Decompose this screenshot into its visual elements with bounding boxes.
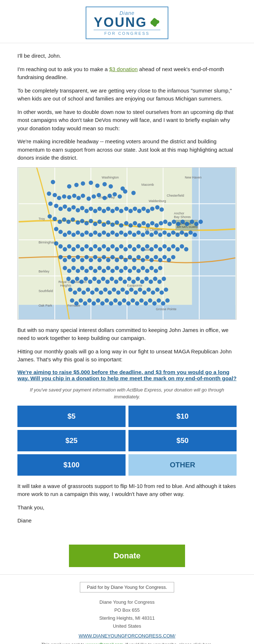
svg-text:Grosse Pointe: Grosse Pointe bbox=[156, 307, 177, 311]
svg-point-43 bbox=[108, 184, 113, 188]
donate-10-button[interactable]: $10 bbox=[128, 406, 237, 427]
svg-point-104 bbox=[119, 223, 123, 227]
svg-point-290 bbox=[100, 301, 105, 305]
svg-point-113 bbox=[159, 221, 163, 225]
svg-point-146 bbox=[154, 230, 158, 235]
svg-point-45 bbox=[47, 191, 51, 196]
donate-25-button[interactable]: $25 bbox=[17, 430, 126, 451]
svg-point-176 bbox=[141, 247, 145, 251]
svg-point-275 bbox=[134, 290, 138, 295]
svg-point-118 bbox=[180, 220, 185, 224]
svg-point-252 bbox=[131, 279, 136, 284]
svg-point-187 bbox=[58, 255, 63, 259]
svg-point-40 bbox=[89, 180, 93, 185]
svg-point-303 bbox=[157, 298, 161, 303]
donate-big-button[interactable]: Donate bbox=[69, 545, 185, 567]
svg-point-114 bbox=[163, 220, 168, 224]
svg-point-71 bbox=[89, 206, 93, 211]
donate-50-button[interactable]: $50 bbox=[128, 430, 237, 451]
svg-point-108 bbox=[137, 223, 142, 227]
svg-point-269 bbox=[107, 290, 112, 295]
svg-point-69 bbox=[80, 206, 85, 210]
svg-point-205 bbox=[136, 255, 141, 259]
svg-point-206 bbox=[141, 258, 145, 262]
greeting: I'll be direct, John. bbox=[17, 52, 237, 60]
svg-point-137 bbox=[115, 233, 119, 237]
svg-point-135 bbox=[106, 233, 110, 237]
svg-point-243 bbox=[92, 276, 97, 281]
svg-point-193 bbox=[85, 255, 89, 259]
svg-point-251 bbox=[127, 276, 131, 281]
svg-point-74 bbox=[102, 209, 106, 213]
svg-point-121 bbox=[194, 222, 198, 226]
divider-1 bbox=[0, 574, 254, 575]
svg-point-156 bbox=[54, 241, 58, 246]
svg-point-287 bbox=[87, 298, 92, 303]
svg-point-72 bbox=[93, 209, 97, 213]
svg-point-248 bbox=[114, 279, 118, 284]
svg-point-227 bbox=[119, 268, 123, 273]
svg-point-183 bbox=[171, 244, 175, 248]
svg-point-42 bbox=[102, 182, 107, 186]
cta-link[interactable]: We're aiming to raise $5,000 before the … bbox=[17, 369, 237, 381]
svg-point-256 bbox=[149, 279, 153, 284]
svg-point-296 bbox=[126, 301, 131, 305]
svg-point-79 bbox=[124, 206, 128, 211]
svg-point-305 bbox=[165, 298, 169, 303]
svg-point-185 bbox=[180, 244, 184, 248]
paragraph-7: It will take a wave of grassroots suppor… bbox=[17, 482, 237, 499]
donate-100-button[interactable]: $100 bbox=[17, 454, 126, 476]
svg-point-230 bbox=[132, 266, 136, 270]
svg-point-39 bbox=[81, 181, 85, 185]
svg-point-194 bbox=[89, 258, 93, 262]
paragraph-5: But with so many special interest dollar… bbox=[17, 326, 237, 342]
svg-point-97 bbox=[89, 219, 93, 223]
svg-point-289 bbox=[96, 298, 100, 303]
svg-point-284 bbox=[74, 301, 79, 305]
svg-point-59 bbox=[118, 194, 122, 198]
svg-point-250 bbox=[123, 279, 127, 284]
svg-point-70 bbox=[85, 209, 89, 213]
svg-point-225 bbox=[110, 268, 115, 273]
paid-for-box: Paid for by Diane Young for Congress. bbox=[80, 582, 174, 592]
svg-point-179 bbox=[154, 244, 158, 248]
svg-point-98 bbox=[93, 222, 97, 226]
svg-point-120 bbox=[190, 220, 194, 224]
donate-other-button[interactable]: OTHER bbox=[128, 454, 237, 476]
svg-point-202 bbox=[123, 258, 128, 262]
svg-point-300 bbox=[144, 301, 148, 305]
svg-point-159 bbox=[67, 244, 71, 248]
svg-point-123 bbox=[54, 227, 58, 231]
svg-point-149 bbox=[167, 233, 171, 237]
svg-point-86 bbox=[155, 205, 160, 209]
paragraph-2: To be completely transparent, we are get… bbox=[17, 87, 237, 103]
svg-point-54 bbox=[91, 194, 96, 198]
svg-point-293 bbox=[113, 298, 118, 303]
svg-point-110 bbox=[146, 223, 150, 227]
svg-point-304 bbox=[161, 301, 165, 305]
svg-point-291 bbox=[105, 298, 109, 303]
svg-point-213 bbox=[171, 255, 175, 259]
svg-point-89 bbox=[53, 217, 57, 221]
svg-point-208 bbox=[149, 258, 154, 262]
svg-point-238 bbox=[71, 279, 75, 284]
svg-point-260 bbox=[68, 287, 73, 292]
svg-point-212 bbox=[167, 258, 171, 262]
svg-point-94 bbox=[76, 220, 80, 225]
unsub-suffix: . If you'd like to unsubscribe, please c… bbox=[123, 642, 213, 644]
svg-point-184 bbox=[175, 247, 180, 251]
footer-website-link[interactable]: WWW.DIANEYOUNGFORCONGRESS.COM/ bbox=[7, 633, 247, 639]
donation-link[interactable]: $3 donation bbox=[109, 66, 138, 72]
svg-point-109 bbox=[142, 221, 146, 225]
unsub-email-link[interactable]: xxxxxx@gmail.com bbox=[86, 642, 123, 644]
svg-point-283 bbox=[70, 298, 74, 303]
svg-point-76 bbox=[110, 209, 115, 213]
email-content: I'll be direct, John. I'm reaching out t… bbox=[0, 43, 254, 537]
svg-point-90 bbox=[58, 220, 62, 224]
donate-5-button[interactable]: $5 bbox=[17, 406, 126, 427]
svg-text:New Haven: New Haven bbox=[185, 175, 201, 179]
svg-point-259 bbox=[162, 276, 166, 281]
svg-point-157 bbox=[58, 244, 63, 248]
svg-point-211 bbox=[163, 255, 167, 259]
svg-point-37 bbox=[67, 184, 71, 188]
